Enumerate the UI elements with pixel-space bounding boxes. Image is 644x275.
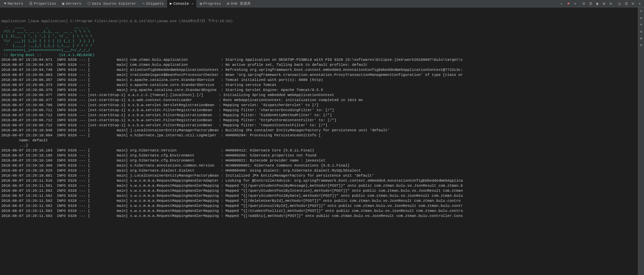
sidebar-btn-4[interactable]: ⊡ bbox=[639, 29, 644, 34]
log-entry: 2018-08-07 15:29:10.185 INFO 9328 --- [ … bbox=[1, 153, 637, 158]
log-entry: 2018-08-07 15:29:06.708 INFO 9328 --- [o… bbox=[1, 103, 637, 108]
svn-icon: ⊞ bbox=[227, 1, 229, 6]
console-icon: ▶ bbox=[170, 1, 172, 6]
console-area: Application [Java Application] C:\Progra… bbox=[0, 7, 638, 275]
log-entry: 2018-08-07 15:29:10.368 INFO 9328 --- [ … bbox=[1, 163, 637, 168]
log-entry: name: default bbox=[1, 138, 637, 143]
tab-svn-label: SVN 资源库 bbox=[231, 1, 250, 6]
toolbar-btn7[interactable]: ☰ bbox=[623, 1, 629, 7]
tab-markers[interactable]: ⚑ Markers bbox=[1, 0, 26, 7]
log-entry: 2018-08-07 15:29:06.712 INFO 9328 --- [o… bbox=[1, 113, 637, 118]
log-entry: 2018-08-07 15:29:10.801 INFO 9328 --- [ … bbox=[1, 173, 637, 178]
sidebar-btn-6[interactable]: ⊟ bbox=[639, 42, 644, 48]
console-output[interactable]: Application [Java Application] C:\Progra… bbox=[0, 7, 638, 275]
progress-icon: ◑ bbox=[200, 1, 202, 6]
tab-properties[interactable]: ☰ Properties bbox=[27, 0, 59, 7]
log-entry: 2018-08-07 15:29:11.582 INFO 9328 --- [ … bbox=[1, 209, 637, 214]
log-entry: 2018-08-07 15:29:06.712 INFO 9328 --- [o… bbox=[1, 123, 637, 128]
log-entry: 2018-08-07 15:29:04.071 INFO 9328 --- [ … bbox=[1, 57, 637, 62]
sidebar-btn-1[interactable]: ≡ bbox=[639, 9, 644, 14]
tab-datasource-label: Data Source Explorer bbox=[92, 2, 136, 6]
log-entry: 2018-08-07 15:29:04.748 INFO 9328 --- [ … bbox=[1, 67, 637, 73]
toolbar-btn8[interactable]: ⊡ bbox=[630, 1, 636, 7]
log-entry: 2018-08-07 15:29:10.183 INFO 9328 --- [ … bbox=[1, 148, 637, 153]
tab-servers[interactable]: ▣ Servers bbox=[59, 0, 84, 7]
log-entry: 2018-08-07 15:29:06.373 INFO 9328 --- [ … bbox=[1, 83, 637, 88]
toolbar-btn3[interactable]: ▣ bbox=[594, 1, 600, 7]
log-entry: 2018-08-07 15:29:11.582 INFO 9328 --- [ … bbox=[1, 198, 637, 203]
toolbar-btn5[interactable]: ⊟ bbox=[608, 1, 614, 7]
ascii-art-line: ( ( )\___ | '_ | '_| | '_ \/ _` | \ \ \ … bbox=[1, 34, 637, 39]
log-entry: 2018-08-07 15:29:11.581 INFO 9328 --- [ … bbox=[1, 183, 637, 188]
tab-snippets[interactable]: ✂ Snippets bbox=[140, 0, 166, 7]
log-entry: 2018-08-07 15:29:06.477 INFO 9328 --- [o… bbox=[1, 93, 637, 98]
ascii-art-line: ' |____| .__|_| |_|_| |_\__, | / / / / bbox=[1, 43, 637, 48]
log-entry: 2018-08-07 15:29:06.712 INFO 9328 --- [o… bbox=[1, 118, 637, 123]
ascii-art-line: /\\ / ___'_ __ _ _(_)_ __ __ _ \ \ \ \ bbox=[1, 29, 637, 34]
log-entry: 2018-08-07 15:29:10.525 INFO 9328 --- [ … bbox=[1, 168, 637, 173]
sidebar-btn-5[interactable]: ⊞ bbox=[639, 36, 644, 41]
right-sidebar: ≡ ⊟ ≡ ⊡ ⊞ ⊟ bbox=[638, 7, 644, 275]
main-area: Application [Java Application] C:\Progra… bbox=[0, 7, 644, 275]
datasource-icon: ⬡ bbox=[87, 1, 91, 6]
tab-svn[interactable]: ⊞ SVN 资源库 bbox=[224, 0, 253, 7]
log-entry: 2018-08-07 15:29:11.582 INFO 9328 --- [ … bbox=[1, 203, 637, 209]
log-entry: 2018-08-07 15:29:06.477 INFO 9328 --- [o… bbox=[1, 98, 637, 103]
snippets-icon: ✂ bbox=[143, 1, 145, 6]
tab-bar: ⚑ Markers ☰ Properties ▣ Servers ⬡ Data … bbox=[0, 0, 644, 7]
toolbar-btn4[interactable]: ⊞ bbox=[601, 1, 607, 7]
log-entry: ...] bbox=[1, 143, 637, 148]
ascii-art-line: \\/ ___)| |_)| | | | | || (_| | ) ) ) ) bbox=[1, 39, 637, 43]
tab-progress-label: Progress bbox=[203, 2, 221, 6]
tab-servers-label: Servers bbox=[66, 2, 81, 6]
log-entry: 2018-08-07 15:29:10.186 INFO 9328 --- [ … bbox=[1, 158, 637, 163]
log-entry: 2018-08-07 15:29:05.883 INFO 9328 --- [ … bbox=[1, 73, 637, 78]
toolbar-close-btn[interactable]: ✕ bbox=[572, 1, 578, 7]
tab-console[interactable]: ▶ Console ✕ bbox=[167, 0, 196, 7]
ascii-art-line: =========|_|==============|___/=/_/_/_/ bbox=[1, 48, 637, 53]
console-close-icon[interactable]: ✕ bbox=[192, 2, 194, 6]
servers-icon: ▣ bbox=[62, 1, 65, 6]
toolbar-btn9[interactable]: ✕ bbox=[637, 1, 643, 7]
tab-progress[interactable]: ◑ Progress bbox=[197, 0, 224, 7]
toolbar-navigate-btn[interactable]: ↖ bbox=[559, 1, 565, 7]
log-entry: 2018-08-07 15:29:06.357 INFO 9328 --- [ … bbox=[1, 78, 637, 83]
log-entry: 2018-08-07 15:29:10.084 INFO 9328 --- [ … bbox=[1, 133, 637, 138]
log-entry: 2018-08-07 15:29:11.582 INFO 9328 --- [ … bbox=[1, 193, 637, 198]
log-entry: 2018-08-07 15:29:04.073 INFO 9328 --- [ … bbox=[1, 62, 637, 67]
app-title-line: Application [Java Application] C:\Progra… bbox=[1, 19, 637, 24]
log-entry: 2018-08-07 15:29:11.583 INFO 9328 --- [ … bbox=[1, 214, 637, 219]
spring-boot-line: :: Spring Boot :: (v1.4.1.RELEASE) bbox=[1, 53, 637, 57]
properties-icon: ☰ bbox=[29, 1, 33, 6]
sidebar-btn-2[interactable]: ⊟ bbox=[639, 15, 644, 21]
tab-datasource[interactable]: ⬡ Data Source Explorer bbox=[85, 0, 139, 7]
log-entry: 2018-08-07 15:29:10.048 INFO 9328 --- [ … bbox=[1, 128, 637, 133]
toolbar-btn1[interactable]: ⊟ bbox=[581, 1, 587, 7]
tab-console-label: Console bbox=[173, 2, 189, 6]
log-entry: 2018-08-07 15:29:11.516 INFO 9328 --- [ … bbox=[1, 178, 637, 183]
toolbar-right: ↖ ■ ✕ ⊟ ☰ ▣ ⊞ ⊟ ◫ ☰ ⊡ ✕ bbox=[559, 1, 643, 7]
log-entry: 2018-08-07 15:29:06.375 INFO 9328 --- [ … bbox=[1, 88, 637, 93]
markers-icon: ⚑ bbox=[4, 1, 6, 6]
log-entry: 2018-08-07 15:29:06.711 INFO 9328 --- [o… bbox=[1, 108, 637, 113]
toolbar-btn6[interactable]: ◫ bbox=[616, 1, 622, 7]
tab-snippets-label: Snippets bbox=[146, 2, 164, 6]
tab-properties-label: Properties bbox=[34, 2, 56, 6]
tab-markers-label: Markers bbox=[8, 2, 23, 6]
log-entry: 2018-08-07 15:29:11.582 INFO 9328 --- [ … bbox=[1, 188, 637, 193]
sidebar-btn-3[interactable]: ≡ bbox=[639, 22, 644, 28]
toolbar-stop-btn[interactable]: ■ bbox=[565, 1, 571, 7]
toolbar-btn2[interactable]: ☰ bbox=[588, 1, 594, 7]
ascii-art-line: . ____ _ __ _ _ bbox=[1, 25, 637, 29]
